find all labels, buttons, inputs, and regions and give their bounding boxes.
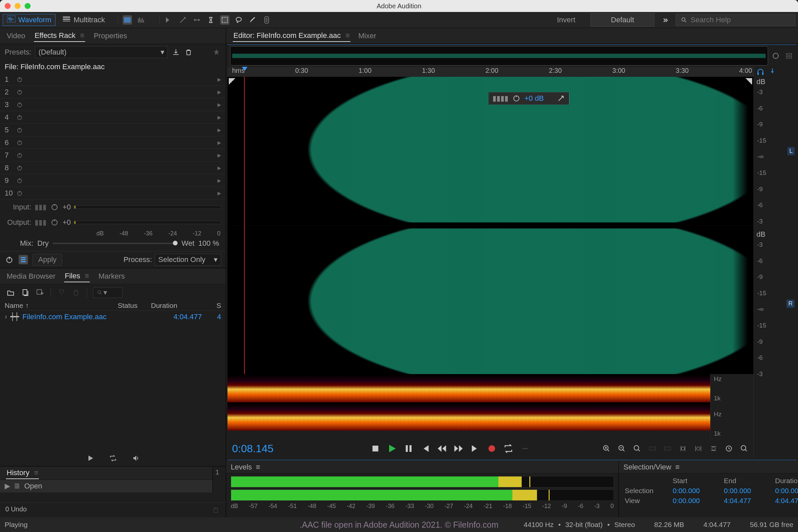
hud-knob-icon[interactable] [512,94,521,103]
tab-video[interactable]: Video [6,30,26,41]
zoom-window[interactable] [25,3,31,9]
chevron-right-icon[interactable]: ▸ [217,176,221,185]
chevron-right-icon[interactable]: ▸ [217,138,221,147]
panel-menu-icon[interactable]: ≡ [34,469,39,477]
col-name[interactable]: Name [5,302,23,309]
panel-menu-icon[interactable]: ≡ [80,31,84,40]
chevron-right-icon[interactable]: ▸ [217,113,221,122]
search-help[interactable] [676,14,795,26]
sv-val[interactable]: 0:00.000 [673,487,719,495]
time-select-icon[interactable] [206,15,215,25]
zoom-in-freq-icon[interactable] [709,444,718,453]
fx-slot[interactable]: 9 ▸ [0,174,226,187]
power-icon[interactable] [17,165,24,171]
loop-button[interactable] [504,443,513,454]
hud-volume[interactable]: ▮▮▮▮ +0 dB [489,92,569,105]
zoom-in-time-icon[interactable] [678,444,688,453]
power-icon[interactable] [17,114,24,120]
input-knob-icon[interactable] [50,203,59,212]
fx-slot[interactable]: 4 ▸ [0,111,226,124]
playhead-marker[interactable] [242,67,247,71]
invert-button[interactable]: Invert [548,14,585,26]
headphones-icon[interactable] [756,67,765,76]
sv-val[interactable]: 4:04.477 [724,497,771,505]
rewind-button[interactable] [437,443,447,454]
tab-editor[interactable]: Editor: FileInfo.com Example.aac ≡ [233,30,350,42]
col-extra[interactable]: S [197,302,221,309]
fx-slot[interactable]: 6 ▸ [0,136,226,149]
minimize-window[interactable] [15,3,21,9]
panel-menu-icon[interactable]: ≡ [675,463,680,472]
pin-icon[interactable] [556,94,566,103]
power-icon[interactable] [17,127,24,133]
tab-properties[interactable]: Properties [93,30,128,41]
preview-play-icon[interactable] [86,454,95,463]
preview-loop-icon[interactable] [108,454,118,463]
chevron-right-icon[interactable]: ▸ [217,88,221,96]
hud-db-value[interactable]: +0 dB [524,94,544,103]
overview-navigator[interactable] [230,46,768,65]
chevron-right-icon[interactable]: ▸ [217,164,221,172]
tab-files[interactable]: Files ≡ [64,270,90,282]
power-icon[interactable] [17,140,24,146]
sv-val[interactable]: 0:00.000 [673,497,719,505]
input-value[interactable]: +0 [62,203,71,211]
zoom-selection-icon[interactable] [771,51,781,61]
waveform-display[interactable]: ▮▮▮▮ +0 dB [227,77,754,374]
chevron-right-icon[interactable]: ▸ [217,100,221,109]
zoom-out-amp-icon[interactable] [617,444,626,453]
tab-markers[interactable]: Markers [98,271,125,282]
fx-slot[interactable]: 5 ▸ [0,124,226,136]
chevron-right-icon[interactable]: ▸ [217,189,221,197]
power-icon[interactable] [17,76,24,82]
sv-val[interactable]: 4:04.477 [775,497,798,505]
fx-slot[interactable]: 7 ▸ [0,149,226,162]
fx-slot[interactable]: 10 ▸ [0,187,226,200]
current-time[interactable]: 0:08.145 [232,442,299,455]
process-dropdown[interactable]: Selection Only ▾ [155,254,221,266]
view-multitrack[interactable]: Multitrack [58,14,109,25]
power-icon[interactable] [17,152,24,158]
power-icon[interactable] [17,177,24,184]
close-window[interactable] [5,3,11,9]
tab-mixer[interactable]: Mixer [358,30,377,41]
zoom-reset-icon[interactable] [632,444,642,453]
slip-tool-icon[interactable] [192,15,202,25]
fx-slot[interactable]: 8 ▸ [0,162,226,174]
marquee-select-icon[interactable] [220,15,229,25]
zoom-out-time-icon[interactable] [694,444,703,453]
new-file-icon[interactable] [21,288,30,297]
fade-out-handle[interactable] [745,78,752,85]
fx-power-icon[interactable] [5,255,14,264]
fx-slot[interactable]: 1 ▸ [0,73,226,86]
channel-l-button[interactable]: L [787,147,795,155]
history-item[interactable]: ▶ 🗎 Open [0,480,212,492]
power-icon[interactable] [17,89,24,95]
sv-val[interactable]: 0:00.000 [724,487,771,495]
spectral-pitch-icon[interactable] [123,15,132,25]
col-duration[interactable]: Duration [151,302,197,309]
preview-autoplay-icon[interactable] [131,454,140,463]
spectral-freq-icon[interactable] [137,15,146,25]
favorite-star-icon[interactable] [212,48,221,57]
power-icon[interactable] [17,190,24,196]
chevron-right-icon[interactable]: ▸ [217,126,221,134]
chevron-right-icon[interactable]: ▸ [217,75,221,84]
fx-slot[interactable]: 2 ▸ [0,86,226,98]
fade-in-handle[interactable] [229,78,235,85]
playhead-line[interactable] [244,77,245,374]
chevron-right-icon[interactable]: ▸ [217,151,221,159]
fx-slot[interactable]: 3 ▸ [0,98,226,111]
workspace-overflow-icon[interactable] [660,15,670,25]
file-filter[interactable]: ▾ [93,287,122,298]
output-value[interactable]: +0 [62,218,71,227]
new-multitrack-icon[interactable] [35,288,44,297]
mix-pct[interactable]: 100 % [198,239,219,248]
col-status[interactable]: Status [118,302,151,309]
file-row[interactable]: › ┿┿ FileInfo.com Example.aac 4:04.477 4 [0,310,226,323]
open-file-icon[interactable] [6,288,15,297]
channel-r-button[interactable]: R [786,300,795,308]
apply-button[interactable]: Apply [33,254,62,266]
search-input[interactable] [690,16,790,24]
time-ruler[interactable]: hms0:301:001:302:002:303:003:304:00 [227,67,754,77]
